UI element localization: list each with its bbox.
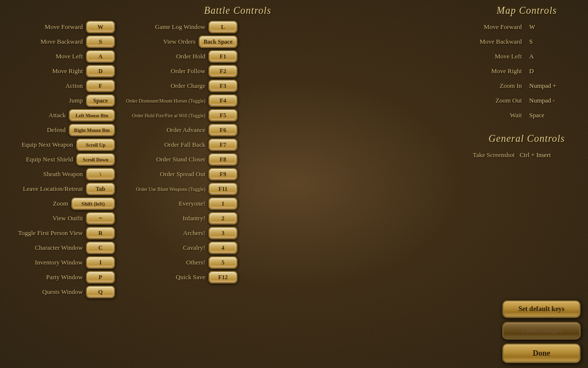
- control-label: Order Use Blunt Weapons (Toggle): [136, 186, 205, 192]
- control-label: View Outfit: [52, 214, 83, 222]
- control-label: Order Follow: [171, 67, 205, 75]
- key-button[interactable]: \: [86, 168, 115, 181]
- map-control-row: Zoom InNumpad +: [473, 79, 581, 93]
- key-button[interactable]: D: [86, 65, 115, 78]
- key-button[interactable]: F5: [208, 109, 238, 122]
- control-label: Move Backward: [41, 38, 83, 46]
- key-button[interactable]: S: [86, 35, 115, 48]
- control-label: Order Stand Closer: [156, 156, 205, 163]
- battle-left-row: Move RightD: [7, 64, 115, 78]
- map-control-label: Wait: [473, 111, 522, 119]
- key-button[interactable]: Shift (left): [71, 197, 115, 210]
- key-button[interactable]: Scroll Up: [76, 138, 115, 151]
- key-button[interactable]: W: [86, 21, 115, 33]
- battle-right-col: Game Log WindowLView OrdersBack SpaceOrd…: [125, 20, 238, 300]
- battle-left-row: Party WindowP: [7, 270, 115, 284]
- map-title: Map Controls: [473, 5, 581, 16]
- control-label: Order Hold: [176, 53, 205, 60]
- battle-right-row: Order HoldF1: [125, 50, 238, 63]
- battle-right-row: Order Stand CloserF8: [125, 153, 238, 166]
- set-default-button[interactable]: Set default keys: [502, 300, 581, 318]
- battle-right-row: Order ChargeF3: [125, 79, 238, 93]
- key-button[interactable]: R: [86, 227, 115, 239]
- control-label: Move Right: [52, 67, 83, 75]
- map-key-text: A: [529, 53, 568, 60]
- key-button[interactable]: L: [208, 21, 238, 33]
- key-button[interactable]: F2: [208, 65, 238, 78]
- done-button[interactable]: Done: [502, 343, 581, 363]
- battle-left-col: Move ForwardWMove BackwardSMove LeftAMov…: [7, 20, 115, 300]
- key-button[interactable]: F7: [208, 138, 238, 151]
- key-button[interactable]: F4: [208, 94, 238, 107]
- map-control-label: Move Forward: [473, 23, 522, 31]
- control-label: Order Advance: [167, 126, 205, 134]
- control-label: Zoom: [53, 200, 68, 208]
- battle-left-row: Toggle First Person ViewR: [7, 226, 115, 240]
- key-button[interactable]: C: [86, 241, 115, 254]
- map-control-row: Zoom OutNumpad -: [473, 94, 581, 107]
- map-control-row: Move RightD: [473, 64, 581, 78]
- key-button[interactable]: 3: [208, 227, 238, 239]
- map-control-label: Move Right: [473, 67, 522, 75]
- battle-right-row: Order Dismount/Mount Horses (Toggle)F4: [125, 94, 238, 107]
- control-label: Equip Next Weapon: [22, 141, 73, 149]
- key-button[interactable]: Left Mouse Btn: [69, 109, 115, 122]
- key-button[interactable]: 4: [208, 241, 238, 254]
- key-button[interactable]: 2: [208, 212, 238, 225]
- battle-left-row: Equip Next ShieldScroll Down: [7, 153, 115, 166]
- key-button[interactable]: I: [86, 256, 115, 269]
- key-button[interactable]: F9: [208, 168, 238, 181]
- control-label: Party Window: [46, 273, 83, 281]
- control-label: Attack: [49, 111, 66, 119]
- control-label: Quick Save: [176, 273, 205, 281]
- general-key-text: Ctrl + Insert: [519, 151, 559, 159]
- key-button[interactable]: Tab: [86, 183, 115, 195]
- control-label: Quests Window: [42, 288, 83, 296]
- battle-right-row: Everyone!1: [125, 197, 238, 210]
- control-label: Order Charge: [171, 82, 205, 90]
- key-button[interactable]: P: [86, 271, 115, 284]
- key-button[interactable]: F8: [208, 153, 238, 166]
- map-control-row: Move LeftA: [473, 50, 581, 63]
- battle-right-row: Game Log WindowL: [125, 20, 238, 34]
- battle-left-row: Move BackwardS: [7, 35, 115, 49]
- battle-right-row: Archers!3: [125, 226, 238, 240]
- key-button[interactable]: ~: [86, 212, 115, 225]
- control-label: View Orders: [163, 38, 196, 46]
- map-key-text: Space: [529, 111, 568, 119]
- action-buttons: Set default keys Undo changes Done: [473, 300, 581, 363]
- map-key-text: Numpad -: [529, 97, 568, 105]
- control-label: Others!: [186, 259, 205, 266]
- key-button[interactable]: F11: [208, 183, 238, 195]
- map-key-text: Numpad +: [529, 82, 568, 90]
- control-label: Defend: [47, 126, 66, 134]
- control-label: Everyone!: [179, 200, 205, 208]
- key-button[interactable]: F12: [208, 271, 238, 284]
- key-button[interactable]: Q: [86, 286, 115, 298]
- map-control-label: Move Backward: [473, 38, 522, 46]
- map-control-row: Move ForwardW: [473, 20, 581, 34]
- key-button[interactable]: Space: [86, 94, 115, 107]
- control-label: Game Log Window: [155, 23, 206, 31]
- main-container: Battle Controls Move ForwardWMove Backwa…: [0, 0, 588, 368]
- key-button[interactable]: A: [86, 50, 115, 63]
- control-label: Order Hold Fire/Fire at Will (Toggle): [132, 113, 205, 118]
- key-button[interactable]: F1: [208, 50, 238, 63]
- battle-left-row: Sheath Weapon\: [7, 167, 115, 181]
- key-button[interactable]: 5: [208, 256, 238, 269]
- battle-right-row: Infantry!2: [125, 211, 238, 225]
- key-button[interactable]: 1: [208, 197, 238, 210]
- key-button[interactable]: Scroll Down: [76, 153, 115, 166]
- key-button[interactable]: F: [86, 79, 115, 92]
- key-button[interactable]: F3: [208, 79, 238, 92]
- control-label: Toggle First Person View: [18, 229, 83, 237]
- battle-right-row: Others!5: [125, 256, 238, 269]
- map-control-row: Move BackwardS: [473, 35, 581, 49]
- undo-button[interactable]: Undo changes: [502, 322, 581, 340]
- battle-right-row: Cavalry!4: [125, 241, 238, 255]
- battle-left-row: JumpSpace: [7, 94, 115, 107]
- key-button[interactable]: Back Space: [198, 35, 238, 48]
- right-section: Map Controls Move ForwardWMove BackwardS…: [473, 5, 581, 363]
- key-button[interactable]: F6: [208, 124, 238, 136]
- key-button[interactable]: Right Mouse Btn: [69, 124, 115, 136]
